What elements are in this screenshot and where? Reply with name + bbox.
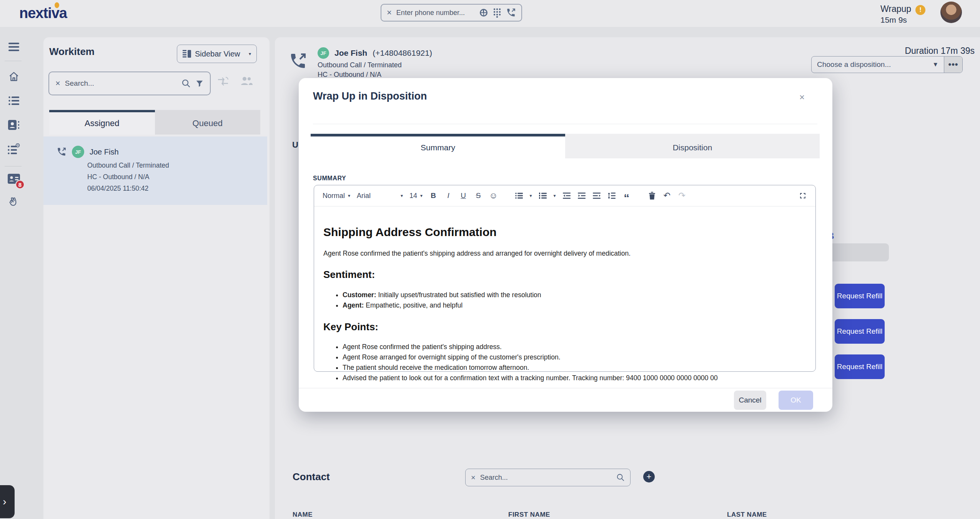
list-item-lead: Agent:: [343, 301, 364, 309]
disposition-select-group: Choose a disposition... ▼ •••: [811, 56, 963, 73]
contact-search: × Search...: [465, 469, 631, 486]
underline-button[interactable]: U: [459, 191, 468, 200]
font-size-dropdown[interactable]: 14 ▾: [409, 192, 423, 200]
add-contact-button[interactable]: +: [643, 471, 655, 482]
workitem-search: × Search...: [48, 72, 211, 95]
workitem-tabs: Assigned Queued: [49, 110, 260, 135]
search-icon[interactable]: [616, 473, 625, 482]
outbound-call-icon: [57, 147, 67, 157]
clear-phone-icon[interactable]: ×: [387, 8, 392, 18]
queue-list-icon[interactable]: [7, 94, 21, 107]
cancel-button[interactable]: Cancel: [734, 391, 766, 410]
rail-divider: [5, 61, 22, 61]
undo-button[interactable]: ↶: [663, 191, 671, 201]
rail-divider: [5, 166, 22, 166]
clear-search-icon[interactable]: ×: [55, 78, 60, 88]
italic-button[interactable]: I: [444, 191, 453, 200]
paragraph-style-dropdown[interactable]: Normal ▾: [323, 192, 350, 200]
workitem-timestamp: 06/04/2025 11:50:42: [87, 185, 267, 193]
fullscreen-button[interactable]: [799, 192, 807, 199]
clear-search-icon[interactable]: ×: [471, 473, 476, 482]
delete-content-button[interactable]: [648, 192, 656, 200]
user-avatar[interactable]: [940, 2, 962, 23]
outbound-call-icon[interactable]: [506, 8, 516, 18]
chevron-down-icon[interactable]: ▾: [554, 193, 556, 198]
editor-content[interactable]: Shipping Address Confirmation Agent Rose…: [314, 206, 815, 383]
contact-initials-avatar: JF: [72, 146, 84, 158]
workitem-search-input[interactable]: Search...: [65, 79, 177, 88]
emoji-button[interactable]: ☺: [489, 191, 497, 201]
redo-button[interactable]: ↷: [678, 191, 686, 201]
column-header-name: NAME: [293, 511, 313, 519]
modal-title: Wrap Up in Disposition: [313, 90, 427, 102]
main-menu-icon[interactable]: [7, 40, 21, 53]
filter-icon[interactable]: [195, 79, 204, 88]
modal-footer: Cancel OK: [299, 388, 832, 412]
expand-panel-button[interactable]: ›: [0, 485, 15, 518]
request-refill-button[interactable]: Request Refill: [835, 284, 885, 308]
workitem-panel: Workitem Sidebar View ▾ × Search...: [43, 37, 270, 519]
contact-card-icon[interactable]: [7, 118, 21, 131]
numbered-list-button[interactable]: [539, 193, 547, 199]
workitem-list-item[interactable]: JF Joe Fish Outbound Call / Terminated H…: [43, 136, 267, 205]
tab-assigned[interactable]: Assigned: [49, 110, 155, 135]
tab-disposition[interactable]: Disposition: [565, 134, 820, 158]
contact-pad-icon[interactable]: [479, 8, 488, 17]
editor-paragraph: Agent Rose confirmed the patient's shipp…: [323, 250, 806, 258]
pending-list-icon[interactable]: [7, 142, 21, 155]
tab-queued[interactable]: Queued: [155, 110, 261, 135]
hand-wave-icon[interactable]: [7, 196, 21, 209]
editor-heading-1: Shipping Address Confirmation: [323, 225, 806, 240]
close-icon[interactable]: ×: [799, 92, 805, 103]
phone-dialer-input-group: × Enter phone number...: [381, 4, 522, 22]
chevron-down-icon: ▾: [249, 51, 251, 57]
agent-status-timer: 15m 9s: [880, 15, 911, 25]
disposition-placeholder: Choose a disposition...: [817, 60, 932, 69]
increase-indent-button[interactable]: [577, 193, 586, 199]
phone-number-input[interactable]: Enter phone number...: [396, 9, 474, 17]
chevron-down-icon: ▾: [348, 193, 350, 198]
font-family-dropdown[interactable]: Arial ▾: [357, 192, 403, 200]
workitem-contact-name: Joe Fish: [90, 148, 119, 156]
call-duration: Duration 17m 39s: [867, 46, 975, 56]
bold-button[interactable]: B: [429, 191, 438, 200]
transfer-call-icon: [216, 76, 230, 87]
list-item: Agent Rose arranged for overnight sippin…: [343, 353, 806, 362]
status-alert-icon: !: [915, 5, 925, 15]
bullet-list-button[interactable]: [515, 193, 523, 199]
contact-section-title: Contact: [293, 471, 330, 483]
search-icon[interactable]: [181, 79, 191, 88]
decrease-indent-button[interactable]: [562, 193, 571, 199]
text-direction-button[interactable]: [592, 193, 601, 199]
list-item: Agent Rose confirmed the patient's shipp…: [343, 343, 806, 351]
editor-heading-sentiment: Sentiment:: [323, 268, 806, 281]
disposition-select[interactable]: Choose a disposition... ▼: [812, 57, 944, 73]
nextiva-logo: nextiva: [19, 5, 67, 22]
request-refill-button[interactable]: Request Refill: [835, 354, 885, 379]
home-icon[interactable]: [7, 70, 21, 83]
agent-status[interactable]: Wrapup 15m 9s: [880, 4, 911, 25]
list-item-text: Initially upset/frustrated but satisfied…: [376, 291, 541, 299]
summary-section-label: SUMMARY: [313, 175, 346, 182]
obscured-text-left: U: [292, 140, 298, 150]
outbound-call-icon: [289, 52, 307, 70]
strikethrough-button[interactable]: S: [474, 191, 483, 200]
chevron-down-icon[interactable]: ▾: [530, 193, 532, 198]
blockquote-button[interactable]: “: [622, 191, 631, 200]
dialpad-icon[interactable]: [493, 8, 501, 18]
key-points-list: Agent Rose confirmed the patient's shipp…: [343, 343, 806, 383]
agent-status-label: Wrapup: [880, 4, 911, 14]
list-item-text: Empathetic, positive, and helpful: [364, 301, 463, 309]
contact-search-input[interactable]: Search...: [480, 474, 612, 482]
request-refill-button[interactable]: Request Refill: [835, 319, 885, 344]
tab-summary[interactable]: Summary: [311, 134, 565, 158]
workitem-toolbar: [216, 76, 253, 87]
disposition-more-button[interactable]: •••: [944, 57, 962, 73]
ok-button[interactable]: OK: [779, 391, 813, 410]
workitem-call-type: Outbound Call / Terminated: [87, 161, 267, 170]
call-type: Outbound Call / Terminated: [318, 61, 402, 69]
sidebar-view-dropdown[interactable]: Sidebar View ▾: [177, 45, 257, 63]
line-spacing-button[interactable]: [607, 193, 616, 199]
sidebar-view-icon: [183, 50, 191, 58]
chevron-down-icon: ▾: [401, 193, 403, 198]
